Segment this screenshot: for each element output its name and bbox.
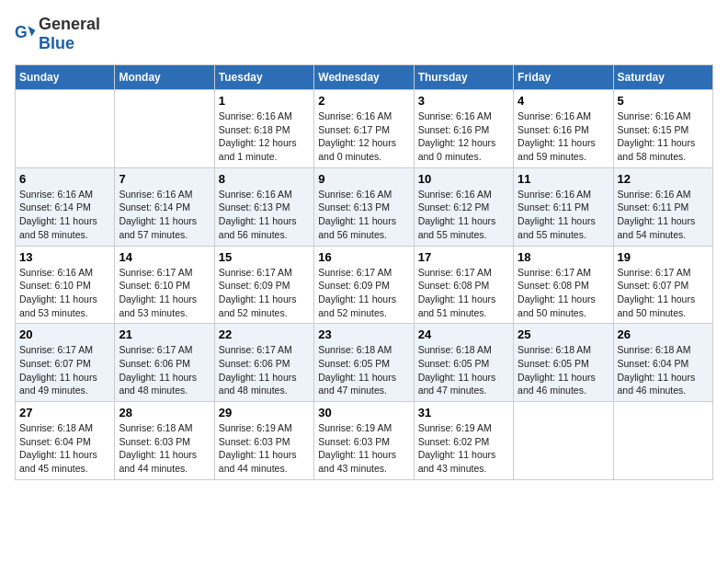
day-number: 22 [219, 327, 310, 341]
day-info: Sunrise: 6:16 AMSunset: 6:18 PMDaylight:… [219, 109, 310, 164]
day-info: Sunrise: 6:17 AMSunset: 6:06 PMDaylight:… [119, 343, 210, 397]
day-info: Sunrise: 6:17 AMSunset: 6:10 PMDaylight:… [119, 266, 210, 320]
day-info: Sunrise: 6:16 AMSunset: 6:14 PMDaylight:… [119, 188, 210, 242]
calendar-cell: 4Sunrise: 6:16 AMSunset: 6:16 PMDaylight… [514, 90, 613, 168]
day-info: Sunrise: 6:16 AMSunset: 6:16 PMDaylight:… [418, 109, 509, 164]
calendar-cell: 10Sunrise: 6:16 AMSunset: 6:12 PMDayligh… [414, 167, 513, 246]
calendar-cell: 28Sunrise: 6:18 AMSunset: 6:03 PMDayligh… [115, 402, 214, 480]
day-info: Sunrise: 6:16 AMSunset: 6:12 PMDaylight:… [418, 188, 509, 242]
day-number: 4 [518, 94, 609, 108]
calendar-cell [16, 90, 115, 168]
day-info: Sunrise: 6:18 AMSunset: 6:04 PMDaylight:… [19, 421, 110, 476]
calendar-cell: 12Sunrise: 6:16 AMSunset: 6:11 PMDayligh… [613, 167, 712, 246]
svg-marker-1 [28, 26, 35, 36]
day-number: 24 [418, 327, 509, 341]
calendar-cell: 16Sunrise: 6:17 AMSunset: 6:09 PMDayligh… [314, 246, 414, 324]
day-info: Sunrise: 6:18 AMSunset: 6:05 PMDaylight:… [518, 343, 609, 397]
day-number: 19 [618, 250, 709, 264]
day-number: 12 [618, 172, 709, 186]
calendar-cell: 29Sunrise: 6:19 AMSunset: 6:03 PMDayligh… [214, 402, 313, 480]
day-info: Sunrise: 6:17 AMSunset: 6:06 PMDaylight:… [219, 343, 310, 397]
logo-general-text: General [39, 15, 100, 33]
calendar-week-row: 13Sunrise: 6:16 AMSunset: 6:10 PMDayligh… [16, 246, 713, 324]
day-info: Sunrise: 6:16 AMSunset: 6:11 PMDaylight:… [618, 188, 709, 242]
calendar-cell: 26Sunrise: 6:18 AMSunset: 6:04 PMDayligh… [613, 324, 712, 402]
day-number: 17 [418, 250, 509, 264]
day-number: 6 [19, 172, 110, 186]
day-number: 26 [618, 327, 709, 341]
calendar-cell: 13Sunrise: 6:16 AMSunset: 6:10 PMDayligh… [16, 246, 115, 324]
day-info: Sunrise: 6:16 AMSunset: 6:13 PMDaylight:… [318, 188, 409, 242]
calendar-cell: 19Sunrise: 6:17 AMSunset: 6:07 PMDayligh… [613, 246, 712, 324]
day-info: Sunrise: 6:16 AMSunset: 6:13 PMDaylight:… [219, 188, 310, 242]
day-number: 23 [318, 327, 409, 341]
logo-icon: G [15, 23, 37, 45]
day-number: 7 [119, 172, 210, 186]
weekday-header-monday: Monday [115, 65, 214, 90]
calendar-cell [514, 402, 613, 480]
weekday-header-friday: Friday [514, 65, 613, 90]
logo: G General Blue [15, 15, 100, 53]
calendar-cell: 8Sunrise: 6:16 AMSunset: 6:13 PMDaylight… [214, 167, 313, 246]
calendar-cell: 21Sunrise: 6:17 AMSunset: 6:06 PMDayligh… [115, 324, 214, 402]
day-info: Sunrise: 6:18 AMSunset: 6:03 PMDaylight:… [119, 421, 210, 476]
svg-text:G: G [15, 23, 28, 41]
calendar-cell: 23Sunrise: 6:18 AMSunset: 6:05 PMDayligh… [314, 324, 414, 402]
day-number: 27 [19, 406, 110, 419]
header: G General Blue [15, 15, 713, 53]
day-info: Sunrise: 6:18 AMSunset: 6:05 PMDaylight:… [418, 343, 509, 397]
calendar-week-row: 20Sunrise: 6:17 AMSunset: 6:07 PMDayligh… [16, 324, 713, 402]
calendar-cell: 14Sunrise: 6:17 AMSunset: 6:10 PMDayligh… [115, 246, 214, 324]
calendar-cell [613, 402, 712, 480]
day-number: 9 [318, 172, 409, 186]
calendar-cell: 15Sunrise: 6:17 AMSunset: 6:09 PMDayligh… [214, 246, 313, 324]
calendar-cell: 6Sunrise: 6:16 AMSunset: 6:14 PMDaylight… [16, 167, 115, 246]
day-info: Sunrise: 6:16 AMSunset: 6:15 PMDaylight:… [618, 109, 709, 164]
day-info: Sunrise: 6:17 AMSunset: 6:07 PMDaylight:… [618, 266, 709, 320]
day-number: 29 [219, 406, 310, 419]
weekday-header-saturday: Saturday [613, 65, 712, 90]
day-number: 21 [119, 327, 210, 341]
day-number: 5 [618, 94, 709, 108]
day-number: 13 [19, 250, 110, 264]
day-number: 30 [318, 406, 409, 419]
calendar-cell: 5Sunrise: 6:16 AMSunset: 6:15 PMDaylight… [613, 90, 712, 168]
day-number: 11 [518, 172, 609, 186]
weekday-header-thursday: Thursday [414, 65, 513, 90]
weekday-header-wednesday: Wednesday [314, 65, 414, 90]
calendar-cell: 31Sunrise: 6:19 AMSunset: 6:02 PMDayligh… [414, 402, 513, 480]
calendar-cell: 24Sunrise: 6:18 AMSunset: 6:05 PMDayligh… [414, 324, 513, 402]
calendar-cell: 9Sunrise: 6:16 AMSunset: 6:13 PMDaylight… [314, 167, 414, 246]
day-number: 3 [418, 94, 509, 108]
day-info: Sunrise: 6:17 AMSunset: 6:08 PMDaylight:… [418, 266, 509, 320]
day-number: 15 [219, 250, 310, 264]
calendar-cell: 22Sunrise: 6:17 AMSunset: 6:06 PMDayligh… [214, 324, 313, 402]
day-info: Sunrise: 6:17 AMSunset: 6:08 PMDaylight:… [518, 266, 609, 320]
day-number: 10 [418, 172, 509, 186]
calendar-cell [115, 90, 214, 168]
day-number: 31 [418, 406, 509, 419]
day-info: Sunrise: 6:19 AMSunset: 6:02 PMDaylight:… [418, 421, 509, 476]
logo-blue-text: Blue [39, 34, 74, 52]
calendar-cell: 2Sunrise: 6:16 AMSunset: 6:17 PMDaylight… [314, 90, 414, 168]
day-number: 1 [219, 94, 310, 108]
day-number: 16 [318, 250, 409, 264]
day-info: Sunrise: 6:16 AMSunset: 6:10 PMDaylight:… [19, 266, 110, 320]
calendar-week-row: 6Sunrise: 6:16 AMSunset: 6:14 PMDaylight… [16, 167, 713, 246]
calendar-cell: 11Sunrise: 6:16 AMSunset: 6:11 PMDayligh… [514, 167, 613, 246]
day-number: 8 [219, 172, 310, 186]
day-info: Sunrise: 6:16 AMSunset: 6:16 PMDaylight:… [518, 109, 609, 164]
calendar-cell: 3Sunrise: 6:16 AMSunset: 6:16 PMDaylight… [414, 90, 513, 168]
day-info: Sunrise: 6:19 AMSunset: 6:03 PMDaylight:… [318, 421, 409, 476]
day-info: Sunrise: 6:17 AMSunset: 6:07 PMDaylight:… [19, 343, 110, 397]
calendar-table: SundayMondayTuesdayWednesdayThursdayFrid… [15, 64, 713, 480]
calendar-cell: 18Sunrise: 6:17 AMSunset: 6:08 PMDayligh… [514, 246, 613, 324]
day-number: 28 [119, 406, 210, 419]
day-number: 2 [318, 94, 409, 108]
calendar-cell: 17Sunrise: 6:17 AMSunset: 6:08 PMDayligh… [414, 246, 513, 324]
day-number: 20 [19, 327, 110, 341]
weekday-header-sunday: Sunday [16, 65, 115, 90]
day-info: Sunrise: 6:19 AMSunset: 6:03 PMDaylight:… [219, 421, 310, 476]
calendar-cell: 25Sunrise: 6:18 AMSunset: 6:05 PMDayligh… [514, 324, 613, 402]
calendar-cell: 7Sunrise: 6:16 AMSunset: 6:14 PMDaylight… [115, 167, 214, 246]
